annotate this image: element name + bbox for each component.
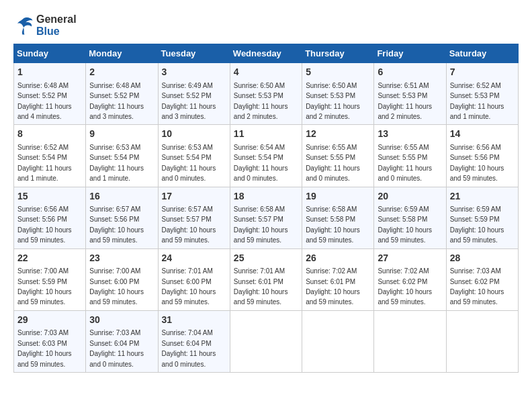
calendar-cell <box>302 310 374 372</box>
day-number: 29 <box>17 314 82 327</box>
day-info: Sunrise: 7:03 AMSunset: 6:02 PMDaylight:… <box>450 267 504 306</box>
day-number: 11 <box>234 128 298 141</box>
day-number: 24 <box>162 252 226 265</box>
calendar-week-3: 15 Sunrise: 6:56 AMSunset: 5:56 PMDaylig… <box>14 187 519 248</box>
day-info: Sunrise: 6:53 AMSunset: 5:54 PMDaylight:… <box>89 144 144 182</box>
day-number: 19 <box>306 190 370 203</box>
calendar-cell <box>374 310 446 372</box>
logo-bird-icon <box>13 16 34 35</box>
day-info: Sunrise: 7:04 AMSunset: 6:04 PMDaylight:… <box>162 329 216 367</box>
day-number: 18 <box>234 190 298 203</box>
calendar-week-1: 1 Sunrise: 6:48 AMSunset: 5:52 PMDayligh… <box>14 63 519 125</box>
day-header-thursday: Thursday <box>302 44 374 63</box>
day-header-sunday: Sunday <box>14 44 86 63</box>
day-number: 16 <box>89 190 154 203</box>
day-info: Sunrise: 6:56 AMSunset: 5:56 PMDaylight:… <box>17 205 72 244</box>
calendar-cell: 22 Sunrise: 7:00 AMSunset: 5:59 PMDaylig… <box>14 248 86 310</box>
calendar-cell: 27 Sunrise: 7:02 AMSunset: 6:02 PMDaylig… <box>374 248 446 310</box>
day-info: Sunrise: 6:58 AMSunset: 5:57 PMDaylight:… <box>234 205 288 244</box>
day-number: 3 <box>162 66 226 79</box>
calendar-cell <box>230 310 302 372</box>
calendar-cell: 7 Sunrise: 6:52 AMSunset: 5:53 PMDayligh… <box>446 63 518 125</box>
day-number: 31 <box>162 314 226 327</box>
calendar-cell: 1 Sunrise: 6:48 AMSunset: 5:52 PMDayligh… <box>14 63 86 125</box>
calendar-cell: 16 Sunrise: 6:57 AMSunset: 5:56 PMDaylig… <box>86 187 158 248</box>
header: General Blue <box>13 13 519 37</box>
day-number: 28 <box>450 252 515 265</box>
calendar-week-2: 8 Sunrise: 6:52 AMSunset: 5:54 PMDayligh… <box>14 125 519 187</box>
calendar-cell: 21 Sunrise: 6:59 AMSunset: 5:59 PMDaylig… <box>446 187 518 248</box>
day-info: Sunrise: 7:02 AMSunset: 6:01 PMDaylight:… <box>306 267 360 306</box>
calendar-cell: 20 Sunrise: 6:59 AMSunset: 5:58 PMDaylig… <box>374 187 446 248</box>
day-number: 8 <box>17 128 82 141</box>
day-info: Sunrise: 6:53 AMSunset: 5:54 PMDaylight:… <box>162 144 216 182</box>
day-info: Sunrise: 7:03 AMSunset: 6:04 PMDaylight:… <box>89 329 144 367</box>
day-info: Sunrise: 6:55 AMSunset: 5:55 PMDaylight:… <box>378 144 432 182</box>
day-info: Sunrise: 6:58 AMSunset: 5:58 PMDaylight:… <box>306 205 360 244</box>
day-number: 7 <box>450 66 515 79</box>
calendar-cell: 30 Sunrise: 7:03 AMSunset: 6:04 PMDaylig… <box>86 310 158 372</box>
day-number: 21 <box>450 190 515 203</box>
day-info: Sunrise: 7:00 AMSunset: 5:59 PMDaylight:… <box>17 267 72 306</box>
calendar-cell: 13 Sunrise: 6:55 AMSunset: 5:55 PMDaylig… <box>374 125 446 187</box>
day-number: 15 <box>17 190 82 203</box>
day-info: Sunrise: 7:01 AMSunset: 6:01 PMDaylight:… <box>234 267 288 306</box>
calendar-cell: 12 Sunrise: 6:55 AMSunset: 5:55 PMDaylig… <box>302 125 374 187</box>
calendar-week-4: 22 Sunrise: 7:00 AMSunset: 5:59 PMDaylig… <box>14 248 519 310</box>
day-number: 30 <box>89 314 154 327</box>
calendar-cell: 23 Sunrise: 7:00 AMSunset: 6:00 PMDaylig… <box>86 248 158 310</box>
calendar-cell: 4 Sunrise: 6:50 AMSunset: 5:53 PMDayligh… <box>230 63 302 125</box>
calendar-cell: 3 Sunrise: 6:49 AMSunset: 5:52 PMDayligh… <box>158 63 230 125</box>
calendar-cell: 14 Sunrise: 6:56 AMSunset: 5:56 PMDaylig… <box>446 125 518 187</box>
calendar-cell: 19 Sunrise: 6:58 AMSunset: 5:58 PMDaylig… <box>302 187 374 248</box>
calendar-cell: 9 Sunrise: 6:53 AMSunset: 5:54 PMDayligh… <box>86 125 158 187</box>
calendar-cell: 15 Sunrise: 6:56 AMSunset: 5:56 PMDaylig… <box>14 187 86 248</box>
calendar-week-5: 29 Sunrise: 7:03 AMSunset: 6:03 PMDaylig… <box>14 310 519 372</box>
calendar-cell: 25 Sunrise: 7:01 AMSunset: 6:01 PMDaylig… <box>230 248 302 310</box>
calendar-cell: 26 Sunrise: 7:02 AMSunset: 6:01 PMDaylig… <box>302 248 374 310</box>
day-number: 20 <box>378 190 442 203</box>
calendar-cell: 28 Sunrise: 7:03 AMSunset: 6:02 PMDaylig… <box>446 248 518 310</box>
day-info: Sunrise: 7:03 AMSunset: 6:03 PMDaylight:… <box>17 329 72 367</box>
day-info: Sunrise: 6:59 AMSunset: 5:58 PMDaylight:… <box>378 205 432 244</box>
day-info: Sunrise: 6:54 AMSunset: 5:54 PMDaylight:… <box>234 144 288 182</box>
day-info: Sunrise: 6:50 AMSunset: 5:53 PMDaylight:… <box>306 82 360 120</box>
calendar-cell: 24 Sunrise: 7:01 AMSunset: 6:00 PMDaylig… <box>158 248 230 310</box>
calendar-cell: 17 Sunrise: 6:57 AMSunset: 5:57 PMDaylig… <box>158 187 230 248</box>
day-header-tuesday: Tuesday <box>158 44 230 63</box>
day-number: 17 <box>162 190 226 203</box>
calendar: SundayMondayTuesdayWednesdayThursdayFrid… <box>13 44 519 373</box>
day-info: Sunrise: 6:50 AMSunset: 5:53 PMDaylight:… <box>234 82 288 120</box>
day-header-saturday: Saturday <box>446 44 518 63</box>
day-info: Sunrise: 6:55 AMSunset: 5:55 PMDaylight:… <box>306 144 360 182</box>
calendar-cell: 18 Sunrise: 6:58 AMSunset: 5:57 PMDaylig… <box>230 187 302 248</box>
day-number: 26 <box>306 252 370 265</box>
day-number: 6 <box>378 66 442 79</box>
day-info: Sunrise: 6:56 AMSunset: 5:56 PMDaylight:… <box>450 144 504 182</box>
calendar-cell: 8 Sunrise: 6:52 AMSunset: 5:54 PMDayligh… <box>14 125 86 187</box>
day-info: Sunrise: 6:57 AMSunset: 5:56 PMDaylight:… <box>89 205 144 244</box>
day-info: Sunrise: 6:52 AMSunset: 5:54 PMDaylight:… <box>17 144 72 182</box>
day-number: 12 <box>306 128 370 141</box>
calendar-header-row: SundayMondayTuesdayWednesdayThursdayFrid… <box>14 44 519 63</box>
calendar-cell: 31 Sunrise: 7:04 AMSunset: 6:04 PMDaylig… <box>158 310 230 372</box>
day-info: Sunrise: 6:52 AMSunset: 5:53 PMDaylight:… <box>450 82 504 120</box>
day-info: Sunrise: 6:48 AMSunset: 5:52 PMDaylight:… <box>17 82 72 120</box>
day-info: Sunrise: 6:51 AMSunset: 5:53 PMDaylight:… <box>378 82 432 120</box>
day-number: 23 <box>89 252 154 265</box>
day-info: Sunrise: 7:02 AMSunset: 6:02 PMDaylight:… <box>378 267 432 306</box>
calendar-cell: 2 Sunrise: 6:48 AMSunset: 5:52 PMDayligh… <box>86 63 158 125</box>
day-info: Sunrise: 6:57 AMSunset: 5:57 PMDaylight:… <box>162 205 216 244</box>
calendar-cell: 11 Sunrise: 6:54 AMSunset: 5:54 PMDaylig… <box>230 125 302 187</box>
day-number: 5 <box>306 66 370 79</box>
day-number: 27 <box>378 252 442 265</box>
calendar-cell: 10 Sunrise: 6:53 AMSunset: 5:54 PMDaylig… <box>158 125 230 187</box>
day-header-friday: Friday <box>374 44 446 63</box>
day-header-wednesday: Wednesday <box>230 44 302 63</box>
day-number: 1 <box>17 66 82 79</box>
day-number: 10 <box>162 128 226 141</box>
calendar-cell <box>446 310 518 372</box>
calendar-cell: 5 Sunrise: 6:50 AMSunset: 5:53 PMDayligh… <box>302 63 374 125</box>
day-number: 14 <box>450 128 515 141</box>
calendar-cell: 6 Sunrise: 6:51 AMSunset: 5:53 PMDayligh… <box>374 63 446 125</box>
